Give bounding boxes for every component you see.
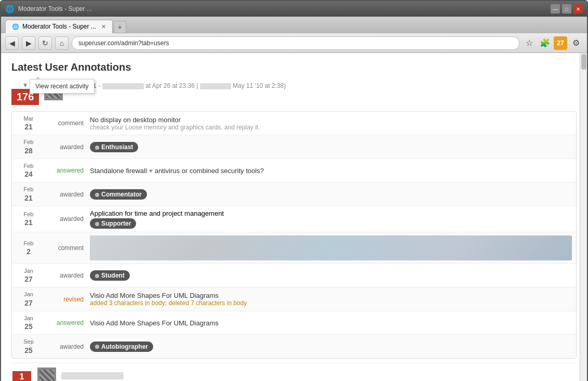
refresh-button[interactable]: ↻ [38,36,52,50]
action-cell: comment [47,244,84,252]
new-tab-button[interactable]: + [114,21,126,33]
settings-button[interactable]: ⚙ [569,36,583,50]
tab-label: Moderator Tools - Super ... [22,23,96,30]
forward-button[interactable]: ▶ [22,36,35,50]
home-button[interactable]: ⌂ [55,36,69,50]
content-title: No display on desktop monitor [90,116,572,124]
date-cell: Feb 21 [16,186,41,202]
table-row: Feb 2 comment [12,232,576,264]
active-tab[interactable]: 🌐 Moderator Tools - Super ... ✕ [5,20,113,33]
date-cell: Feb 24 [16,162,41,179]
blurred-content [90,235,572,260]
bottom-vote-count: 1 [12,371,31,381]
user-annotation-entry: ▼ 176 Deposit 1 - at Apr 26 at 23:36 | M… [11,82,577,105]
action-cell: awarded [47,272,84,279]
date-cell: Mar 21 [16,115,41,132]
bookmark-button[interactable]: ☆ [523,36,536,50]
user-meta-blurred: - at Apr 26 at 23:36 | May 11 '10 at 2:3… [98,82,286,89]
action-cell: comment [47,120,84,127]
vote-arrow-icon[interactable]: ▼ [22,82,29,89]
badge-student: Student [90,270,130,281]
title-bar: 🌐 Moderator Tools - Super ... — □ ✕ [1,1,587,17]
date-cell: Jan 27 [16,267,41,284]
nav-icons: ☆ 🧩 27 ⚙ [523,36,583,50]
date-cell: Feb 28 [16,138,41,155]
content-cell: Enthusiast [90,142,572,152]
bottom-blurred-name [61,372,124,381]
badge-27-button[interactable]: 27 [554,36,567,50]
badge-enthusiast: Enthusiast [90,142,138,152]
action-cell: awarded [47,215,84,222]
content-title: Standalone firewall + antivirus or combi… [90,167,572,175]
table-row: Jan 27 revised Visio Add More Shapes For… [12,287,576,311]
content-title: Application for time and project managem… [90,209,572,217]
table-row: Jan 25 answered Visio Add More Shapes Fo… [12,311,576,335]
scrollbar-track[interactable] [580,53,587,381]
page-content: Latest User Annotations ▼ 176 Deposit 1 … [1,53,587,381]
bottom-avatar [37,367,56,381]
table-row: Mar 21 comment No display on desktop mon… [12,112,576,135]
scrollbar-thumb[interactable] [581,54,586,70]
action-cell: awarded [47,143,84,151]
badge-commentator: Commentator [90,189,147,200]
bottom-user-entry: 1 [11,363,577,381]
content-cell: No display on desktop monitor cheack you… [90,116,572,131]
window-controls: — □ ✕ [551,4,583,14]
view-recent-activity-tooltip: View recent activity [30,79,95,94]
content-title: Visio Add More Shapes For UML Diagrams [90,319,572,327]
action-cell: revised [47,296,84,303]
navigation-bar: ◀ ▶ ↻ ⌂ superuser.com/admin?tab=users ☆ … [1,33,587,53]
date-cell: Jan 25 [16,314,41,331]
content-cell: Standalone firewall + antivirus or combi… [90,167,572,175]
action-cell: answered [47,167,84,174]
content-cell [90,235,572,260]
action-cell: awarded [47,191,84,198]
diff-text: added 3 characters in body; deleted 7 ch… [90,299,572,307]
badge-supporter: Supporter [90,218,136,229]
table-row: Sep 25 awarded Autobiographer [12,335,576,358]
extensions-button[interactable]: 🧩 [538,36,552,50]
bottom-vote-section: 1 [11,371,32,381]
back-button[interactable]: ◀ [5,36,19,50]
content-cell: Commentator [90,189,572,200]
content-cell: Visio Add More Shapes For UML Diagrams [90,319,572,327]
table-row: Feb 21 awarded Application for time and … [12,206,576,232]
minimize-button[interactable]: — [551,4,560,14]
tab-bar: 🌐 Moderator Tools - Super ... ✕ + [1,17,587,33]
tooltip-text: View recent activity [35,83,89,90]
table-row: Feb 24 answered Standalone firewall + an… [12,159,576,182]
date-cell: Jan 27 [16,291,41,307]
activity-table: Mar 21 comment No display on desktop mon… [11,111,577,359]
action-cell: awarded [47,343,84,350]
address-bar[interactable]: superuser.com/admin?tab=users [72,36,519,50]
content-cell: Autobiographer [90,341,572,352]
maximize-button[interactable]: □ [562,4,571,14]
table-row: Feb 28 awarded Enthusiast [12,135,576,159]
url-text: superuser.com/admin?tab=users [78,40,169,47]
content-cell: Visio Add More Shapes For UML Diagrams a… [90,292,572,307]
page-title: Latest User Annotations [11,61,577,73]
tab-icon: 🌐 [12,23,19,30]
table-row: Feb 21 awarded Commentator [12,182,576,206]
content-sub: cheack your Loose memory and graphics ca… [90,124,572,131]
content-cell: Student [90,270,572,281]
close-button[interactable]: ✕ [573,4,583,14]
action-cell: answered [47,319,84,326]
date-cell: Sep 25 [16,338,41,354]
content-cell: Application for time and project managem… [90,209,572,229]
tab-close-button[interactable]: ✕ [101,23,106,30]
user-info: Deposit 1 - at Apr 26 at 23:36 | May 11 … [68,82,577,89]
date-cell: Feb 2 [16,240,41,256]
badge-autobiographer: Autobiographer [90,341,153,352]
table-row: Jan 27 awarded Student [12,264,576,287]
window-title: Moderator Tools - Super ... [18,5,92,12]
content-title: Visio Add More Shapes For UML Diagrams [90,292,572,299]
date-cell: Feb 21 [16,211,41,227]
